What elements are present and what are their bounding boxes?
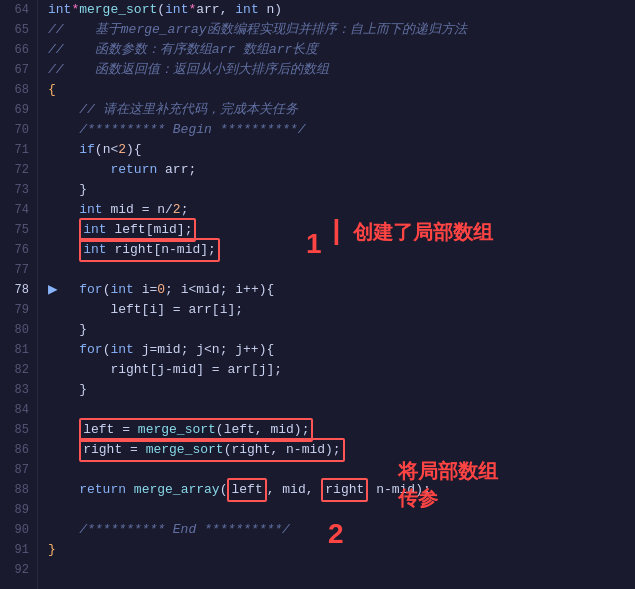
line-num-84: 84 bbox=[0, 400, 37, 420]
code-line-89 bbox=[48, 500, 635, 520]
annotation-2: 将局部数组 传参 bbox=[398, 458, 498, 512]
line-num-67: 67 bbox=[0, 60, 37, 80]
code-line-66: // 函数参数：有序数组arr 数组arr长度 bbox=[48, 40, 635, 60]
code-line-92 bbox=[48, 560, 635, 580]
code-line-84 bbox=[48, 400, 635, 420]
line-num-87: 87 bbox=[0, 460, 37, 480]
code-line-79: left[i] = arr[i]; bbox=[48, 300, 635, 320]
box-right: right bbox=[321, 478, 368, 502]
line-num-78: 78 bbox=[0, 280, 37, 300]
code-line-83: } bbox=[48, 380, 635, 400]
line-num-85: 85 bbox=[0, 420, 37, 440]
line-num-79: 79 bbox=[0, 300, 37, 320]
line-num-75: 75 bbox=[0, 220, 37, 240]
line-numbers: 64 65 66 67 68 69 70 71 72 73 74 75 76 7… bbox=[0, 0, 38, 589]
code-line-68: { bbox=[48, 80, 635, 100]
annotation-label-2: 将局部数组 bbox=[398, 458, 498, 485]
line-num-86: 86 bbox=[0, 440, 37, 460]
code-editor: 64 65 66 67 68 69 70 71 72 73 74 75 76 7… bbox=[0, 0, 635, 589]
code-line-73: } bbox=[48, 180, 635, 200]
annotation-num-1: 1 bbox=[306, 228, 322, 260]
code-line-70: /********** Begin **********/ bbox=[48, 120, 635, 140]
line-num-89: 89 bbox=[0, 500, 37, 520]
code-line-81: for(int j=mid; j<n; j++){ bbox=[48, 340, 635, 360]
line-num-80: 80 bbox=[0, 320, 37, 340]
code-line-69: // 请在这里补充代码，完成本关任务 bbox=[48, 100, 635, 120]
line-num-81: 81 bbox=[0, 340, 37, 360]
code-content: int* merge_sort(int *arr, int n) // 基于me… bbox=[38, 0, 635, 589]
code-line-87 bbox=[48, 460, 635, 480]
line-num-82: 82 bbox=[0, 360, 37, 380]
line-num-83: 83 bbox=[0, 380, 37, 400]
annotation-label-1: 创建了局部数组 bbox=[353, 219, 493, 246]
line-num-70: 70 bbox=[0, 120, 37, 140]
line-num-65: 65 bbox=[0, 20, 37, 40]
current-line-arrow: ▶ bbox=[48, 280, 58, 300]
code-line-67: // 函数返回值：返回从小到大排序后的数组 bbox=[48, 60, 635, 80]
line-num-74: 74 bbox=[0, 200, 37, 220]
code-line-80: } bbox=[48, 320, 635, 340]
line-num-77: 77 bbox=[0, 260, 37, 280]
line-num-72: 72 bbox=[0, 160, 37, 180]
line-num-91: 91 bbox=[0, 540, 37, 560]
box-line76: int right[n-mid]; bbox=[79, 238, 220, 262]
annotation-num-2: 2 bbox=[328, 518, 344, 550]
code-line-65: // 基于merge_array函数编程实现归并排序：自上而下的递归方法 bbox=[48, 20, 635, 40]
annotation-bar: | bbox=[328, 218, 345, 246]
code-line-72: return arr; bbox=[48, 160, 635, 180]
line-num-92: 92 bbox=[0, 560, 37, 580]
line-num-73: 73 bbox=[0, 180, 37, 200]
line-num-71: 71 bbox=[0, 140, 37, 160]
code-line-86: right = merge_sort(right, n-mid); bbox=[48, 440, 635, 460]
line-num-68: 68 bbox=[0, 80, 37, 100]
code-line-88: return merge_array(left, mid, right n-mi… bbox=[48, 480, 635, 500]
box-line86: right = merge_sort(right, n-mid); bbox=[79, 438, 344, 462]
token-int: int bbox=[48, 0, 71, 20]
line-num-88: 88 bbox=[0, 480, 37, 500]
line-num-64: 64 bbox=[0, 0, 37, 20]
annotation-1: | 创建了局部数组 bbox=[328, 218, 493, 246]
code-line-85: left = merge_sort(left, mid); bbox=[48, 420, 635, 440]
box-left: left bbox=[227, 478, 266, 502]
annotation-label-3: 传参 bbox=[398, 485, 438, 512]
line-num-69: 69 bbox=[0, 100, 37, 120]
code-line-71: if(n<2){ bbox=[48, 140, 635, 160]
line-num-90: 90 bbox=[0, 520, 37, 540]
line-num-66: 66 bbox=[0, 40, 37, 60]
code-line-78: ▶ for(int i=0; i<mid; i++){ bbox=[48, 280, 635, 300]
code-line-82: right[j-mid] = arr[j]; bbox=[48, 360, 635, 380]
code-line-64: int* merge_sort(int *arr, int n) bbox=[48, 0, 635, 20]
code-line-77 bbox=[48, 260, 635, 280]
line-num-76: 76 bbox=[0, 240, 37, 260]
